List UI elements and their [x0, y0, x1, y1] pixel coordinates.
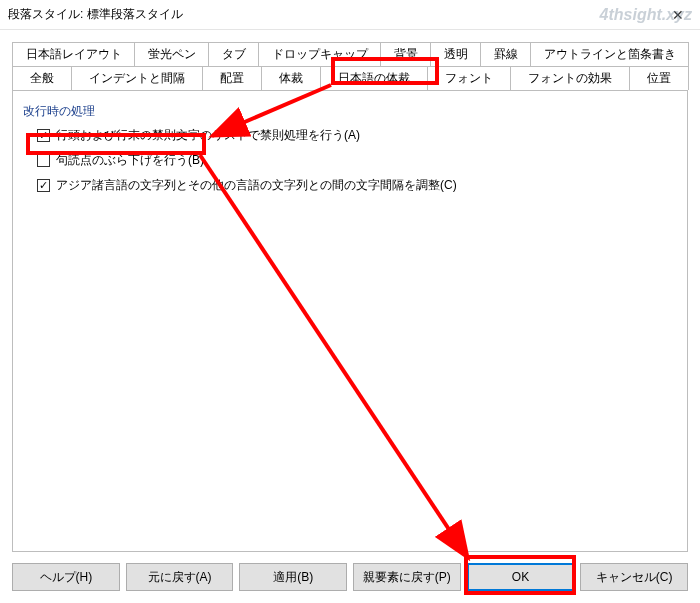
tab[interactable]: 透明 — [430, 42, 481, 66]
tab[interactable]: 体裁 — [261, 66, 321, 90]
tab[interactable]: 配置 — [202, 66, 262, 90]
option-row[interactable]: 句読点のぶら下げを行う(B) — [37, 151, 677, 170]
cancel-button[interactable]: キャンセル(C) — [580, 563, 688, 591]
option-label: 行頭および行末の禁則文字のリストで禁則処理を行う(A) — [56, 127, 360, 144]
tab[interactable]: 位置 — [629, 66, 689, 90]
tab-strip: 日本語レイアウト蛍光ペンタブドロップキャップ背景透明罫線アウトラインと箇条書き … — [12, 42, 688, 90]
dialog-body: 日本語レイアウト蛍光ペンタブドロップキャップ背景透明罫線アウトラインと箇条書き … — [0, 30, 700, 564]
tab[interactable]: 罫線 — [480, 42, 531, 66]
option-label: アジア諸言語の文字列とその他の言語の文字列との間の文字間隔を調整(C) — [56, 177, 457, 194]
tab[interactable]: ドロップキャップ — [258, 42, 381, 66]
section-heading: 改行時の処理 — [23, 103, 677, 120]
close-button[interactable]: ✕ — [655, 0, 700, 30]
button-label: 適用(B) — [273, 569, 313, 586]
apply-button[interactable]: 適用(B) — [239, 563, 347, 591]
button-bar: ヘルプ(H) 元に戻す(A) 適用(B) 親要素に戻す(P) OK キャンセル(… — [12, 563, 688, 591]
option-row[interactable]: アジア諸言語の文字列とその他の言語の文字列との間の文字間隔を調整(C) — [37, 176, 677, 195]
option-row[interactable]: 行頭および行末の禁則文字のリストで禁則処理を行う(A) — [37, 126, 677, 145]
tab[interactable]: フォント — [427, 66, 511, 90]
reset-button[interactable]: 元に戻す(A) — [126, 563, 234, 591]
button-label: OK — [512, 570, 529, 584]
tab-page: 改行時の処理 行頭および行末の禁則文字のリストで禁則処理を行う(A) 句読点のぶ… — [12, 90, 688, 552]
tab[interactable]: アウトラインと箇条書き — [530, 42, 689, 66]
checkbox[interactable] — [37, 154, 50, 167]
tab[interactable]: フォントの効果 — [510, 66, 630, 90]
checkbox[interactable] — [37, 179, 50, 192]
button-label: キャンセル(C) — [596, 569, 673, 586]
tab[interactable]: 全般 — [12, 66, 72, 90]
option-label: 句読点のぶら下げを行う(B) — [56, 152, 204, 169]
parent-button[interactable]: 親要素に戻す(P) — [353, 563, 461, 591]
tab-selected[interactable]: 日本語の体裁 — [320, 66, 428, 90]
button-label: 親要素に戻す(P) — [363, 569, 451, 586]
close-icon: ✕ — [672, 7, 684, 23]
button-label: ヘルプ(H) — [40, 569, 93, 586]
button-label: 元に戻す(A) — [148, 569, 212, 586]
checkbox[interactable] — [37, 129, 50, 142]
ok-button[interactable]: OK — [467, 563, 575, 591]
tab[interactable]: 蛍光ペン — [134, 42, 209, 66]
tab[interactable]: 背景 — [380, 42, 431, 66]
tab[interactable]: タブ — [208, 42, 259, 66]
titlebar: 段落スタイル: 標準段落スタイル ✕ — [0, 0, 700, 30]
window-title: 段落スタイル: 標準段落スタイル — [8, 6, 183, 23]
tab[interactable]: 日本語レイアウト — [12, 42, 135, 66]
help-button[interactable]: ヘルプ(H) — [12, 563, 120, 591]
tab[interactable]: インデントと間隔 — [71, 66, 203, 90]
